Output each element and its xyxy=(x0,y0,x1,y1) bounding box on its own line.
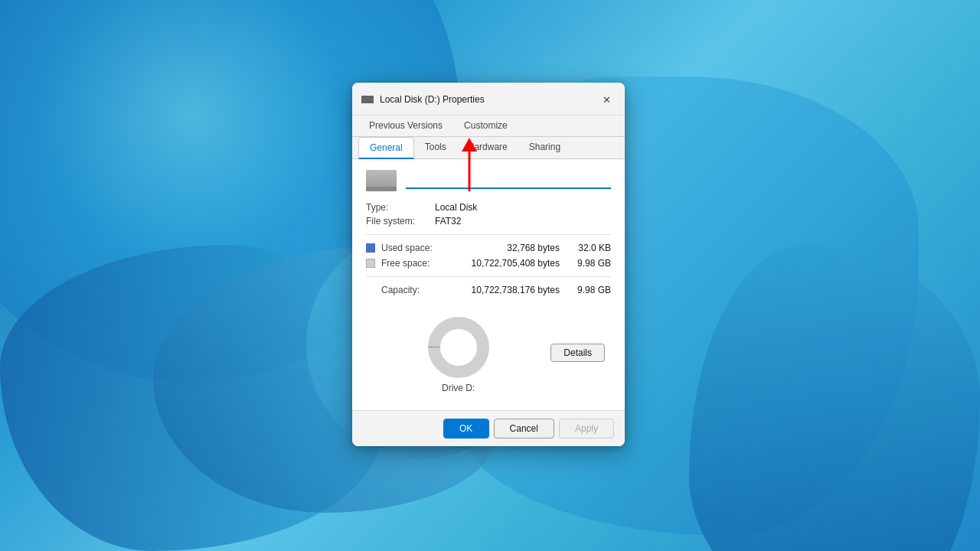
drive-label: Drive D: xyxy=(442,383,475,393)
apply-button[interactable]: Apply xyxy=(559,419,614,439)
drive-icon xyxy=(366,170,397,191)
ok-button[interactable]: OK xyxy=(443,419,489,439)
used-label: Used space: xyxy=(381,243,443,253)
drive-name-input[interactable] xyxy=(406,173,611,189)
used-bytes: 32,768 bytes xyxy=(443,243,569,253)
dialog-title: Local Disk (D:) Properties xyxy=(380,94,597,105)
close-button[interactable]: ✕ xyxy=(597,90,616,109)
capacity-label: Capacity: xyxy=(381,285,436,295)
divider-2 xyxy=(366,276,611,277)
tab-content: Type: Local Disk File system: FAT32 Used… xyxy=(352,159,625,410)
bottom-bar: OK Cancel Apply xyxy=(352,410,625,446)
pie-chart xyxy=(428,317,489,378)
tab-tools[interactable]: Tools xyxy=(414,137,457,159)
type-label: Type: xyxy=(366,202,435,213)
svg-point-2 xyxy=(434,323,483,372)
free-space-row: Free space: 10,722,705,408 bytes 9.98 GB xyxy=(366,258,611,269)
filesystem-row: File system: FAT32 xyxy=(366,216,611,227)
details-button[interactable]: Details xyxy=(550,344,605,362)
type-row: Type: Local Disk xyxy=(366,202,611,213)
details-btn-container: Details xyxy=(550,344,605,362)
capacity-row: Capacity: 10,722,738,176 bytes 9.98 GB xyxy=(366,285,611,295)
tab-customize[interactable]: Customize xyxy=(453,116,518,137)
free-bytes: 10,722,705,408 bytes xyxy=(443,258,569,269)
used-human: 32.0 KB xyxy=(569,243,611,253)
tabs-lower-row: General Tools Hardware Sharing xyxy=(352,137,625,159)
free-dot xyxy=(366,259,375,268)
chart-details-row: Drive D: Details xyxy=(366,306,611,399)
free-label: Free space: xyxy=(381,258,443,269)
free-human: 9.98 GB xyxy=(569,258,611,269)
type-value: Local Disk xyxy=(435,202,477,213)
filesystem-value: FAT32 xyxy=(435,216,461,227)
cancel-button[interactable]: Cancel xyxy=(494,419,554,439)
tab-previous-versions[interactable]: Previous Versions xyxy=(358,116,453,137)
drive-header xyxy=(366,170,611,191)
capacity-bytes: 10,722,738,176 bytes xyxy=(436,285,569,295)
used-space-row: Used space: 32,768 bytes 32.0 KB xyxy=(366,243,611,253)
filesystem-label: File system: xyxy=(366,216,435,227)
tab-hardware[interactable]: Hardware xyxy=(457,137,518,159)
divider-1 xyxy=(366,234,611,235)
tab-sharing[interactable]: Sharing xyxy=(518,137,571,159)
pie-chart-area: Drive D: xyxy=(366,317,550,393)
used-dot xyxy=(366,243,375,253)
title-bar-icon xyxy=(361,96,374,103)
capacity-human: 9.98 GB xyxy=(569,285,611,295)
tab-general[interactable]: General xyxy=(358,137,414,159)
properties-dialog: Local Disk (D:) Properties ✕ Previous Ve… xyxy=(352,83,625,446)
title-bar: Local Disk (D:) Properties ✕ xyxy=(352,83,625,116)
tabs-upper-row: Previous Versions Customize xyxy=(352,116,625,137)
